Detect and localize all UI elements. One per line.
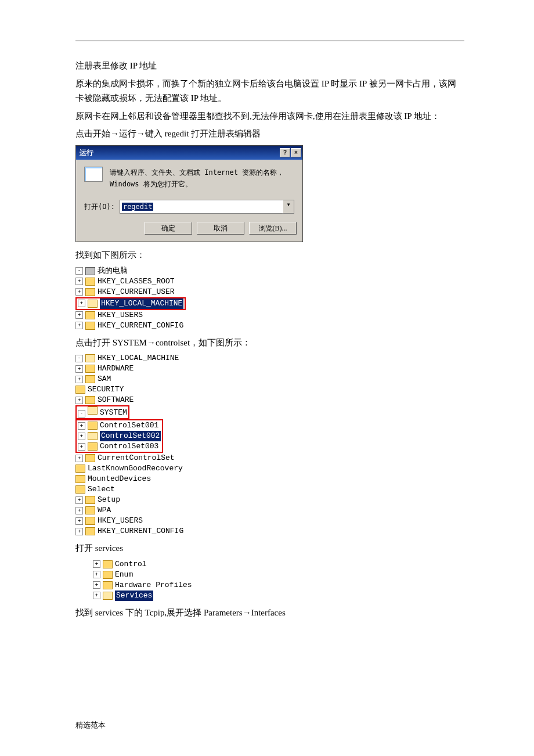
registry-tree-3: +Control +Enum +Hardware Profiles +Servi… (93, 559, 464, 601)
run-input[interactable]: regedit (120, 200, 283, 214)
help-button[interactable]: ? (280, 148, 290, 157)
tree-item[interactable]: -HKEY_LOCAL_MACHINE (75, 353, 464, 363)
tree-item[interactable]: +HKEY_USERS (75, 310, 464, 321)
folder-icon (85, 322, 95, 330)
tree-item[interactable]: +SAM (75, 374, 464, 384)
tree-item[interactable]: +HKEY_USERS (75, 516, 464, 526)
folder-icon (85, 454, 95, 462)
folder-icon (88, 442, 98, 451)
folder-icon (85, 354, 95, 362)
folder-icon (85, 517, 95, 525)
folder-icon (88, 300, 98, 308)
tree-item[interactable]: MountedDevices (75, 474, 464, 484)
tree-item[interactable]: +Setup (75, 495, 464, 505)
folder-icon (85, 311, 95, 319)
tree-item[interactable]: +Enum (93, 570, 464, 580)
doc-title: 注册表里修改 IP 地址 (75, 59, 464, 74)
computer-icon (85, 267, 95, 275)
page-rule (75, 41, 464, 41)
tree-item[interactable]: +HKEY_CLASSES_ROOT (75, 276, 464, 287)
tree-item[interactable]: +Hardware Profiles (93, 580, 464, 591)
browse-button[interactable]: 浏览(B)... (249, 222, 297, 235)
registry-tree-1: -我的电脑 +HKEY_CLASSES_ROOT +HKEY_CURRENT_U… (75, 266, 464, 331)
tree-item-services[interactable]: +Services (93, 591, 464, 601)
tree-item[interactable]: +CurrentControlSet (75, 453, 464, 463)
tree-item-system[interactable]: -SYSTEM (75, 405, 464, 419)
folder-icon (103, 581, 113, 589)
folder-icon (75, 485, 85, 494)
folder-icon (88, 422, 98, 430)
run-icon (84, 167, 103, 182)
heading-3: 点击打开 SYSTEM→controlset，如下图所示： (75, 336, 464, 351)
tree-item-cs002[interactable]: +ControlSet002 (78, 431, 161, 441)
heading-5: 找到 services 下的 Tcpip,展开选择 Parameters→Int… (75, 606, 464, 621)
folder-icon (88, 406, 98, 415)
paragraph-2: 原网卡在网上邻居和设备管理器里都查找不到,无法停用该网卡,使用在注册表里修改该 … (75, 109, 464, 124)
run-dialog-desc: 请键入程序、文件夹、文档或 Internet 资源的名称，Windows 将为您… (110, 167, 294, 190)
folder-icon (85, 365, 95, 373)
tree-item[interactable]: +HARDWARE (75, 363, 464, 374)
tree-item[interactable]: SECURITY (75, 384, 464, 395)
tree-item[interactable]: +HKEY_CURRENT_CONFIG (75, 321, 464, 331)
tree-item[interactable]: +ControlSet001 (78, 420, 161, 431)
run-dropdown-button[interactable]: ▾ (283, 200, 294, 214)
folder-icon (85, 288, 95, 296)
tree-item-hklm[interactable]: +HKEY_LOCAL_MACHINE (75, 297, 464, 310)
folder-icon (85, 527, 95, 535)
heading-2: 找到如下图所示： (75, 248, 464, 263)
tree-root[interactable]: -我的电脑 (75, 266, 464, 276)
run-dialog-titlebar: 运行 ? × (76, 146, 302, 160)
folder-icon (75, 386, 85, 394)
folder-icon (75, 475, 85, 483)
folder-icon (85, 396, 95, 404)
open-label: 打开(O): (84, 201, 115, 213)
tree-item[interactable]: +HKEY_CURRENT_CONFIG (75, 526, 464, 537)
page-footer: 精选范本 (75, 719, 464, 732)
paragraph-3: 点击开始→运行→键入 regedit 打开注册表编辑器 (75, 127, 464, 142)
run-dialog: 运行 ? × 请键入程序、文件夹、文档或 Internet 资源的名称，Wind… (75, 145, 303, 243)
folder-icon (75, 465, 85, 473)
folder-icon (103, 592, 113, 600)
tree-item[interactable]: LastKnownGoodRecovery (75, 463, 464, 474)
folder-icon (85, 496, 95, 504)
ok-button[interactable]: 确定 (145, 222, 192, 235)
close-button[interactable]: × (291, 148, 301, 157)
tree-item[interactable]: +ControlSet003 (78, 441, 161, 452)
tree-item[interactable]: +HKEY_CURRENT_USER (75, 287, 464, 297)
tree-item[interactable]: Select (75, 484, 464, 495)
heading-4: 打开 services (75, 541, 464, 556)
tree-item[interactable]: +SOFTWARE (75, 395, 464, 405)
registry-tree-2: -HKEY_LOCAL_MACHINE +HARDWARE +SAM SECUR… (75, 353, 464, 537)
folder-icon (85, 506, 95, 514)
folder-icon (88, 432, 98, 440)
paragraph-1: 原来的集成网卡损坏，而换了个新的独立网卡后给该台电脑设置 IP 时显示 IP 被… (75, 77, 464, 106)
tree-item[interactable]: +WPA (75, 505, 464, 516)
folder-icon (103, 571, 113, 579)
folder-icon (85, 278, 95, 286)
folder-icon (85, 375, 95, 383)
tree-item[interactable]: +Control (93, 559, 464, 570)
folder-icon (103, 560, 113, 568)
cancel-button[interactable]: 取消 (197, 222, 244, 235)
run-dialog-title: 运行 (80, 147, 93, 159)
